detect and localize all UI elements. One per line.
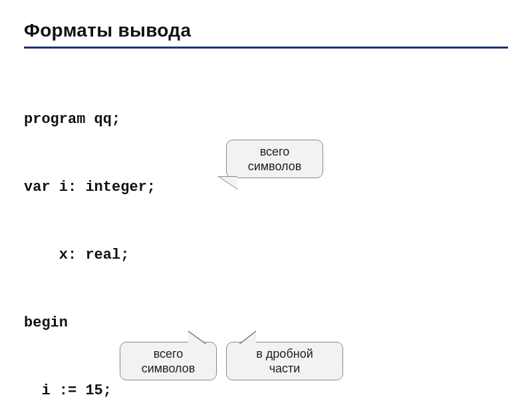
callout-tail [188,331,207,344]
callout-text: в дробной части [256,347,313,375]
code-line: x: real; [24,244,508,267]
callout-text: всего символов [248,145,302,173]
slide: Форматы вывода program qq; var i: intege… [0,0,532,399]
callout-text: всего символов [142,347,196,375]
code-line: program qq; [24,108,508,131]
code-line: begin [24,312,508,334]
code-line: var i: integer; [24,176,508,199]
slide-title: Форматы вывода [24,20,508,41]
callout-tail [239,331,256,344]
callout-total-chars-top: всего символов [226,140,323,178]
code-line: i := 15; [24,380,508,399]
callout-fractional-part: в дробной части [226,342,343,380]
callout-tail [217,176,237,190]
title-rule [24,47,508,49]
callout-total-chars-bottom: всего символов [120,342,217,380]
